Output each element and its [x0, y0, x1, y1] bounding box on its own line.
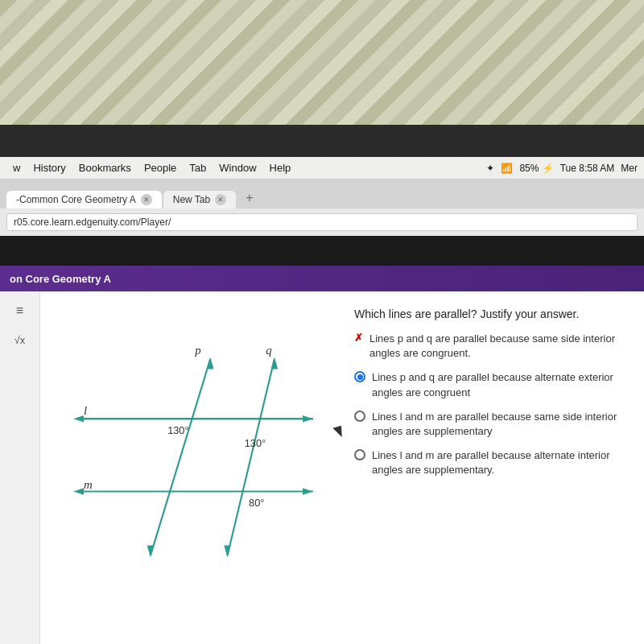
svg-marker-8	[147, 545, 155, 557]
question-area: Which lines are parallel? Justify your a…	[346, 291, 644, 644]
wrong-icon-1: ✗	[354, 332, 363, 344]
menu-item-history[interactable]: History	[27, 162, 72, 174]
sidebar-menu-icon[interactable]: ≡	[7, 298, 33, 324]
menu-item-tab[interactable]: Tab	[183, 162, 213, 174]
menu-item-bookmarks[interactable]: Bookmarks	[72, 162, 138, 174]
answer-option-3[interactable]: Lines l and m are parallel because same …	[354, 410, 628, 439]
page-title: on Core Geometry A	[10, 273, 111, 285]
page-header: on Core Geometry A	[0, 266, 644, 291]
answer-text-1: Lines p and q are parallel because same …	[369, 332, 628, 361]
radio-btn-2[interactable]	[354, 371, 365, 382]
svg-marker-9	[207, 357, 214, 369]
tab-geometry[interactable]: -Common Core Geometry A ✕	[6, 191, 162, 208]
address-bar[interactable]: r05.core.learn.edgenuity.com/Player/	[6, 213, 638, 231]
svg-marker-11	[224, 545, 231, 557]
answer-option-1[interactable]: ✗ Lines p and q are parallel because sam…	[354, 332, 628, 361]
sidebar-sqrt-icon[interactable]: √x	[7, 327, 33, 353]
diagram-area: p q l m 130° 130° 80°	[40, 291, 346, 644]
page-content: on Core Geometry A ≡ √x	[0, 266, 644, 644]
bluetooth-icon: ✦	[486, 163, 494, 174]
menu-item-w[interactable]: w	[6, 162, 27, 174]
tab-close-geometry[interactable]: ✕	[141, 194, 152, 205]
tab-label-geometry: -Common Core Geometry A	[16, 194, 136, 205]
new-tab-button[interactable]: +	[237, 188, 261, 208]
svg-line-7	[151, 359, 210, 555]
svg-marker-3	[303, 415, 313, 423]
menu-item-help[interactable]: Help	[263, 162, 298, 174]
main-content: ≡ √x	[0, 291, 644, 644]
radio-btn-4[interactable]	[354, 449, 365, 460]
tab-bar: -Common Core Geometry A ✕ New Tab ✕ +	[0, 180, 644, 208]
svg-line-10	[228, 359, 275, 555]
svg-text:l: l	[84, 404, 87, 417]
svg-marker-6	[303, 488, 313, 495]
menu-item-window[interactable]: Window	[213, 162, 262, 174]
tab-close-newtab[interactable]: ✕	[215, 194, 226, 205]
answer-text-4: Lines l and m are parallel because alter…	[372, 448, 628, 477]
left-sidebar: ≡ √x	[0, 291, 40, 644]
svg-text:p: p	[194, 344, 200, 357]
answer-text-2: Lines p and q are parallel because alter…	[372, 370, 628, 399]
geometry-diagram: p q l m 130° 130° 80°	[56, 308, 330, 581]
tab-newtab[interactable]: New Tab ✕	[163, 191, 236, 208]
svg-marker-2	[73, 415, 84, 423]
question-text: Which lines are parallel? Justify your a…	[354, 308, 628, 320]
svg-text:130°: 130°	[245, 437, 266, 449]
svg-text:q: q	[266, 344, 272, 357]
menu-bar: w History Bookmarks People Tab Window He…	[0, 157, 644, 180]
menu-extra: Mer	[621, 163, 638, 174]
svg-marker-12	[271, 357, 279, 369]
address-bar-row: r05.core.learn.edgenuity.com/Player/	[0, 208, 644, 236]
battery-status: 85% ⚡	[519, 163, 553, 174]
answer-option-2[interactable]: Lines p and q are parallel because alter…	[354, 370, 628, 399]
svg-text:m: m	[84, 478, 93, 491]
clock: Tue 8:58 AM	[560, 163, 615, 174]
svg-marker-5	[73, 488, 84, 495]
svg-text:130°: 130°	[167, 424, 188, 436]
tab-label-newtab: New Tab	[173, 194, 210, 205]
radio-btn-3[interactable]	[354, 411, 365, 422]
browser-chrome: -Common Core Geometry A ✕ New Tab ✕ + r0…	[0, 180, 644, 236]
wifi-icon: 📶	[501, 163, 513, 174]
answer-text-3: Lines l and m are parallel because same …	[372, 410, 628, 439]
svg-text:80°: 80°	[249, 497, 264, 509]
answer-option-4[interactable]: Lines l and m are parallel because alter…	[354, 448, 628, 477]
menu-item-people[interactable]: People	[138, 162, 183, 174]
